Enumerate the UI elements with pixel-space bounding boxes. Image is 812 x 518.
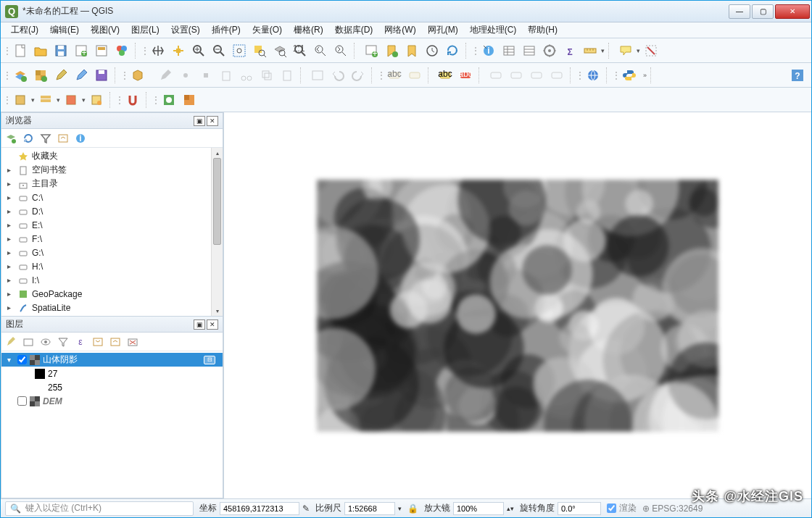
properties-icon[interactable]: i — [74, 132, 87, 145]
scrollbar[interactable]: ▴▾ — [211, 148, 223, 316]
browser-item[interactable]: ▸C:\ — [1, 191, 223, 204]
browser-tree[interactable]: 收藏夹▸空间书签▸主目录▸C:\▸D:\▸E:\▸F:\▸G:\▸H:\▸I:\… — [1, 148, 223, 316]
menu-web[interactable]: 网络(W) — [380, 22, 420, 38]
vertex-tool-button[interactable] — [196, 66, 215, 85]
menu-raster[interactable]: 栅格(R) — [289, 22, 328, 38]
panel-close-button[interactable]: ✕ — [207, 319, 218, 330]
undo-button[interactable] — [328, 66, 347, 85]
zoom-to-layer-button[interactable] — [270, 41, 289, 60]
menu-processing[interactable]: 地理处理(C) — [465, 22, 521, 38]
style-manager-button[interactable] — [112, 41, 131, 60]
toolbar-grip[interactable]: ⋮ — [379, 70, 384, 80]
pan-to-selection-button[interactable] — [169, 41, 188, 60]
statistics-button[interactable]: Σ — [560, 41, 579, 60]
refresh-icon[interactable] — [22, 132, 35, 145]
map-tips-button[interactable] — [616, 41, 635, 60]
expression-filter-icon[interactable]: ε — [74, 335, 87, 348]
copy-features-button[interactable] — [257, 66, 276, 85]
save-project-button[interactable] — [51, 41, 70, 60]
browser-item[interactable]: ▸D:\ — [1, 204, 223, 218]
menu-layer[interactable]: 图层(L) — [127, 22, 164, 38]
toolbar-grip[interactable]: ⋮ — [123, 70, 127, 80]
raster-calc-button[interactable] — [180, 91, 199, 109]
toolbar-grip[interactable]: ⋮ — [143, 46, 147, 56]
remove-layer-icon[interactable] — [126, 335, 139, 348]
zoom-out-button[interactable] — [210, 41, 228, 60]
menu-help[interactable]: 帮助(H) — [523, 22, 562, 38]
refresh-button[interactable] — [443, 41, 462, 60]
select-by-value-button[interactable] — [36, 91, 55, 109]
label-tool-1[interactable]: abc — [385, 66, 404, 85]
menu-vector[interactable]: 矢量(O) — [248, 22, 286, 38]
measure-button[interactable] — [581, 41, 600, 60]
layer-checkbox[interactable] — [17, 355, 27, 364]
render-checkbox[interactable] — [607, 504, 616, 513]
close-button[interactable]: ✕ — [775, 4, 810, 19]
new-project-button[interactable] — [11, 41, 30, 60]
toolbar-grip[interactable]: ⋮ — [5, 46, 9, 56]
zoom-in-button[interactable] — [189, 41, 208, 60]
modify-attributes-button[interactable] — [308, 66, 327, 85]
layer-item[interactable]: DEM — [1, 394, 223, 408]
diagram-button[interactable]: abc — [456, 66, 475, 85]
lock-icon[interactable]: 🔒 — [407, 504, 418, 514]
manage-visibility-icon[interactable] — [39, 335, 52, 348]
add-layer-icon[interactable] — [4, 132, 17, 145]
browser-item[interactable]: ▸GeoPackage — [1, 287, 223, 301]
cut-features-button[interactable] — [237, 66, 256, 85]
browser-item[interactable]: ▸E:\ — [1, 218, 223, 232]
deselect-button[interactable] — [642, 41, 660, 60]
menu-database[interactable]: 数据库(D) — [331, 22, 378, 38]
field-calculator-button[interactable] — [520, 41, 539, 60]
select-all-button[interactable] — [87, 91, 106, 109]
new-map-view-button[interactable]: + — [362, 41, 381, 60]
layer-value[interactable]: 255 — [1, 380, 223, 394]
add-feature-button[interactable] — [156, 66, 175, 85]
label-tool-2[interactable] — [405, 66, 424, 85]
map-canvas[interactable] — [224, 112, 811, 498]
toolbox-button[interactable] — [540, 41, 559, 60]
browser-item[interactable]: ▸F:\ — [1, 232, 223, 246]
label-pin-button[interactable] — [507, 66, 526, 85]
deselect-all-button[interactable] — [62, 91, 80, 109]
select-features-button[interactable] — [11, 91, 30, 109]
menu-plugins[interactable]: 插件(P) — [207, 22, 245, 38]
georeferencer-button[interactable] — [160, 91, 178, 109]
redo-button[interactable] — [349, 66, 368, 85]
toggle-editing-button[interactable] — [72, 66, 91, 85]
coord-input[interactable] — [220, 502, 299, 515]
delete-selected-button[interactable] — [217, 66, 236, 85]
toolbar-grip[interactable]: ⋮ — [117, 95, 122, 105]
move-feature-button[interactable] — [176, 66, 195, 85]
zoom-native-button[interactable]: 1:1 — [291, 41, 310, 60]
rot-input[interactable] — [558, 502, 601, 515]
add-group-icon[interactable] — [22, 335, 35, 348]
pan-button[interactable] — [149, 41, 167, 60]
layer-value[interactable]: 27 — [1, 367, 223, 380]
layout-manager-button[interactable] — [92, 41, 111, 60]
metasearch-button[interactable] — [584, 66, 602, 85]
new-bookmark-button[interactable] — [382, 41, 401, 60]
show-bookmarks-button[interactable] — [402, 41, 421, 60]
zoom-next-button[interactable] — [331, 41, 350, 60]
toolbar-grip[interactable]: ⋮ — [154, 95, 158, 105]
menu-settings[interactable]: 设置(S) — [167, 22, 204, 38]
collapse-all-icon[interactable] — [57, 132, 70, 145]
toolbar-grip[interactable]: ⋮ — [5, 95, 9, 105]
layer-tree[interactable]: ▾山体阴影⊟27255DEM — [1, 351, 223, 498]
add-polygon-button[interactable] — [128, 66, 147, 85]
browser-item[interactable]: ▸主目录 — [1, 177, 223, 191]
toolbar-grip[interactable]: ⋮ — [614, 70, 618, 80]
browser-item[interactable]: ▸H:\ — [1, 259, 223, 273]
browser-item[interactable]: ▸I:\ — [1, 273, 223, 287]
expand-all-icon[interactable] — [91, 335, 104, 348]
label-layer-button[interactable]: abc — [436, 66, 455, 85]
identify-button[interactable]: i — [479, 41, 498, 60]
zoom-last-button[interactable] — [311, 41, 330, 60]
locator-search[interactable]: 🔍 键入以定位 (Ctrl+K) — [5, 501, 194, 516]
snapping-button[interactable] — [123, 91, 142, 109]
open-project-button[interactable] — [31, 41, 50, 60]
save-edits-button[interactable] — [92, 66, 111, 85]
browser-item[interactable]: 收藏夹 — [1, 149, 223, 163]
toolbar-grip[interactable]: ⋮ — [473, 46, 478, 56]
